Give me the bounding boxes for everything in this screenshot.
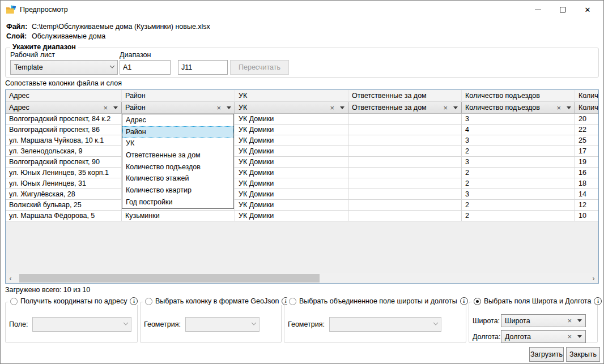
radio-combined[interactable] bbox=[289, 298, 296, 305]
longitude-combobox[interactable]: Долгота × bbox=[501, 330, 586, 343]
horizontal-scrollbar[interactable]: ‹ › bbox=[6, 273, 598, 283]
table-cell: УК Домики bbox=[235, 114, 348, 125]
column-selector[interactable]: Адрес× bbox=[6, 102, 122, 114]
radio-lat-lon[interactable] bbox=[474, 298, 481, 305]
close-button[interactable]: ✕ bbox=[575, 1, 600, 19]
dropdown-item[interactable]: Количество подъездов bbox=[122, 161, 233, 173]
table-cell: 16 bbox=[575, 168, 599, 178]
range-start-input[interactable] bbox=[120, 60, 171, 75]
table-cell: 2 bbox=[462, 211, 575, 221]
scroll-left-icon[interactable]: ‹ bbox=[6, 273, 15, 283]
load-button[interactable]: Загрузить bbox=[529, 347, 564, 362]
dropdown-arrow-icon[interactable] bbox=[340, 106, 344, 109]
geo-group-by-address: Получить координаты по адресу i Поле: bbox=[5, 302, 138, 343]
worksheet-label: Рабочий лист bbox=[10, 51, 55, 59]
column-selector-value: УК bbox=[239, 104, 247, 112]
dropdown-arrow-icon[interactable] bbox=[453, 106, 458, 109]
radio-by-address[interactable] bbox=[10, 298, 18, 305]
table-cell bbox=[348, 146, 462, 157]
combined-label: Выбрать объединенное поле широты и долго… bbox=[299, 297, 457, 305]
table-cell: 12 bbox=[575, 200, 599, 211]
dropdown-item[interactable]: УК bbox=[122, 138, 233, 149]
table-cell: Кузьминки bbox=[122, 211, 235, 221]
column-selector-value: Адрес bbox=[9, 104, 29, 112]
table-cell bbox=[348, 157, 462, 168]
dropdown-item[interactable]: Количество квартир bbox=[122, 185, 233, 196]
table-cell: УК Домики bbox=[235, 189, 348, 200]
recalculate-button[interactable]: Пересчитать bbox=[230, 60, 289, 75]
dropdown-arrow-icon[interactable] bbox=[113, 106, 118, 109]
dropdown-item[interactable]: Адрес bbox=[122, 114, 233, 126]
table-cell: 17 bbox=[575, 146, 599, 157]
column-selector[interactable]: Ответственные за дом× bbox=[348, 102, 462, 114]
table-cell: УК Домики bbox=[235, 157, 348, 168]
clear-icon[interactable]: × bbox=[443, 104, 448, 112]
geometry-combobox[interactable] bbox=[329, 317, 441, 332]
clear-icon[interactable]: × bbox=[216, 104, 221, 112]
clear-icon[interactable]: × bbox=[567, 333, 572, 340]
table-cell bbox=[348, 168, 462, 178]
layer-value: Обслуживаемые дома bbox=[32, 32, 105, 40]
maximize-icon bbox=[560, 7, 565, 12]
dropdown-arrow-icon[interactable] bbox=[577, 335, 582, 338]
field-combobox[interactable] bbox=[32, 317, 131, 332]
range-groupbox: Укажите диапазон Рабочий лист Template Д… bbox=[5, 48, 599, 78]
dropdown-arrow-icon[interactable] bbox=[227, 106, 231, 109]
table-cell bbox=[348, 178, 462, 189]
scrollbar-thumb[interactable] bbox=[19, 274, 320, 282]
latitude-label: Широта: bbox=[473, 317, 501, 325]
lat-lon-label: Выбрать поля Широта и Долгота bbox=[484, 297, 591, 305]
longitude-label: Долгота: bbox=[473, 333, 501, 341]
table-cell: 4 bbox=[462, 125, 575, 135]
column-selector[interactable]: УК× bbox=[235, 102, 348, 114]
geometry-label: Геометрия: bbox=[144, 320, 181, 328]
table-cell: ул. Маршала Фёдорова, 5 bbox=[6, 211, 122, 221]
info-icon[interactable]: i bbox=[460, 297, 468, 305]
by-address-label: Получить координаты по адресу bbox=[20, 297, 127, 305]
app-icon bbox=[6, 5, 16, 14]
geo-group-lat-lon: Выбрать поля Широта и Долгота i Широта: … bbox=[469, 302, 598, 343]
worksheet-combobox[interactable]: Template bbox=[10, 60, 118, 75]
info-icon[interactable]: i bbox=[130, 297, 138, 305]
minimize-button[interactable] bbox=[525, 1, 550, 19]
geometry-combobox[interactable] bbox=[185, 317, 260, 332]
column-selector[interactable]: Количе bbox=[575, 102, 599, 114]
dropdown-item[interactable]: Количество этажей bbox=[122, 173, 233, 185]
latitude-combobox[interactable]: Широта × bbox=[501, 314, 586, 327]
maximize-button[interactable] bbox=[550, 1, 575, 19]
dropdown-arrow-icon[interactable] bbox=[577, 319, 582, 322]
file-info: Файл: C:\temp\Обслуживаемые дома (Кузьми… bbox=[6, 22, 210, 41]
dropdown-item[interactable]: Год постройки bbox=[122, 196, 233, 208]
column-selector[interactable]: Количество подъездов× bbox=[462, 102, 575, 114]
table-cell bbox=[348, 135, 462, 146]
table-cell: УК Домики bbox=[235, 211, 348, 221]
worksheet-value: Template bbox=[14, 63, 43, 71]
clear-icon[interactable]: × bbox=[556, 104, 561, 112]
table-cell: 25 bbox=[575, 135, 599, 146]
clear-icon[interactable]: × bbox=[103, 104, 108, 112]
table-cell: ул. Юных Ленинцев, 35 корп.1 bbox=[6, 168, 122, 178]
chevron-down-icon bbox=[433, 320, 438, 325]
table-cell: ул. Маршала Чуйкова, 10 к.1 bbox=[6, 135, 122, 146]
close-dialog-button[interactable]: Закрыть bbox=[566, 347, 600, 362]
info-icon[interactable]: i bbox=[594, 297, 602, 305]
radio-geojson[interactable] bbox=[145, 298, 152, 305]
dropdown-item[interactable]: Ответственные за дом bbox=[122, 149, 233, 161]
scroll-right-icon[interactable]: › bbox=[589, 273, 598, 283]
geo-options: Получить координаты по адресу i Поле: Вы… bbox=[5, 302, 598, 343]
table-cell bbox=[348, 200, 462, 211]
table-cell: 10 bbox=[575, 211, 599, 221]
column-header: УК bbox=[235, 90, 348, 102]
clear-icon[interactable]: × bbox=[567, 317, 572, 324]
range-end-input[interactable] bbox=[178, 60, 228, 75]
table-cell: Волгоградский проспект, 90 bbox=[6, 157, 122, 168]
dropdown-item[interactable]: Район bbox=[122, 126, 233, 138]
dropdown-arrow-icon[interactable] bbox=[567, 106, 571, 109]
column-selector[interactable]: Район× bbox=[122, 102, 235, 114]
table-cell: УК Домики bbox=[235, 125, 348, 135]
status-text: Загружено всего: 10 из 10 bbox=[5, 286, 90, 294]
table-cell: ул. Жигулёвская, 28 bbox=[6, 189, 122, 200]
column-header: Количес bbox=[575, 90, 599, 102]
clear-icon[interactable]: × bbox=[330, 104, 334, 112]
layer-label: Слой: bbox=[6, 32, 32, 40]
